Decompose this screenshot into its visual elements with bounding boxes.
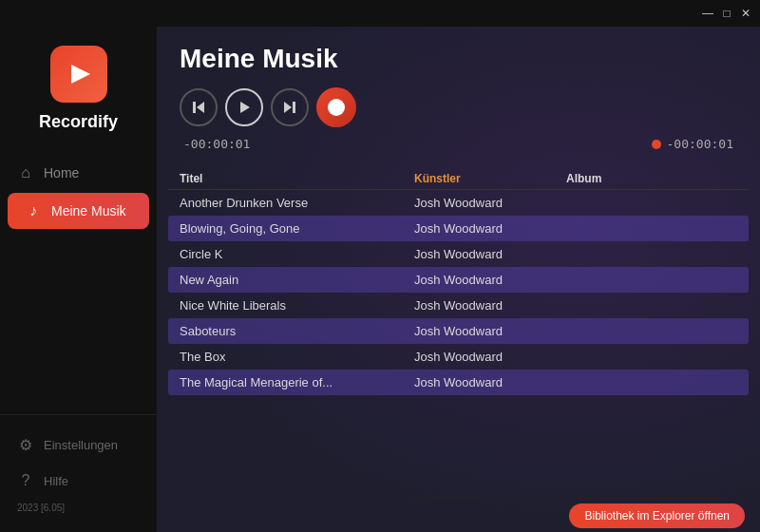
sidebar-item-meine-musik-label: Meine Musik xyxy=(51,203,126,218)
cell-album xyxy=(566,273,737,287)
app-name: Recordify xyxy=(39,112,118,132)
cell-artist: Josh Woodward xyxy=(414,324,566,338)
music-table: Titel Künstler Album Another Drunken Ver… xyxy=(157,168,760,498)
table-row[interactable]: Blowing, Going, Gone Josh Woodward xyxy=(168,216,749,241)
time-remaining: -00:00:01 xyxy=(667,137,733,151)
cell-title: Circle K xyxy=(180,247,414,261)
cell-artist: Josh Woodward xyxy=(414,196,566,210)
table-body: Another Drunken Verse Josh Woodward Blow… xyxy=(168,190,749,395)
col-album: Album xyxy=(566,172,737,185)
music-icon: ♪ xyxy=(25,202,42,219)
record-icon xyxy=(328,99,345,116)
cell-title: The Box xyxy=(180,350,414,364)
table-row[interactable]: New Again Josh Woodward xyxy=(168,267,749,293)
cell-album xyxy=(566,375,737,390)
next-button[interactable] xyxy=(271,88,309,126)
cell-title: Blowing, Going, Gone xyxy=(180,221,414,236)
cell-artist: Josh Woodward xyxy=(414,221,566,236)
page-title: Meine Musik xyxy=(180,44,737,74)
cell-artist: Josh Woodward xyxy=(414,350,566,364)
svg-marker-4 xyxy=(284,102,292,113)
main-content: Meine Musik xyxy=(157,27,760,532)
settings-icon: ⚙ xyxy=(17,436,34,453)
table-header: Titel Künstler Album xyxy=(168,168,749,190)
sidebar: Recordify ⌂ Home ♪ Meine Musik ⚙ Einstel… xyxy=(0,27,157,532)
table-row[interactable]: Nice White Liberals Josh Woodward xyxy=(168,293,749,318)
help-icon: ? xyxy=(17,472,34,489)
minimize-button[interactable]: — xyxy=(701,7,714,20)
table-row[interactable]: The Magical Menagerie of... Josh Woodwar… xyxy=(168,370,749,395)
cell-album xyxy=(566,298,737,313)
cell-album xyxy=(566,196,737,210)
table-row[interactable]: The Box Josh Woodward xyxy=(168,344,749,370)
cell-title: The Magical Menagerie of... xyxy=(180,375,414,390)
table-row[interactable]: Saboteurs Josh Woodward xyxy=(168,318,749,344)
time-right-area: -00:00:01 xyxy=(652,137,733,151)
sidebar-item-einstellungen[interactable]: ⚙ Einstellungen xyxy=(0,427,157,463)
table-row[interactable]: Circle K Josh Woodward xyxy=(168,241,749,267)
cell-title: Nice White Liberals xyxy=(180,298,414,313)
cell-album xyxy=(566,350,737,364)
cell-artist: Josh Woodward xyxy=(414,298,566,313)
cell-artist: Josh Woodward xyxy=(414,273,566,287)
app-logo xyxy=(50,46,107,103)
sidebar-bottom: ⚙ Einstellungen ? Hilfe 2023 [6.05] xyxy=(0,414,157,532)
open-explorer-button[interactable]: Bibliothek im Explorer öffnen xyxy=(569,504,745,528)
svg-rect-2 xyxy=(193,102,196,113)
cell-title: Another Drunken Verse xyxy=(180,196,414,210)
bottom-bar: Bibliothek im Explorer öffnen xyxy=(157,498,760,532)
cell-artist: Josh Woodward xyxy=(414,247,566,261)
cell-artist: Josh Woodward xyxy=(414,375,566,390)
window-chrome: — □ ✕ xyxy=(0,0,760,27)
version-label: 2023 [6.05] xyxy=(0,499,157,517)
cell-title: New Again xyxy=(180,273,414,287)
col-artist: Künstler xyxy=(414,172,566,185)
logo-area: Recordify xyxy=(0,27,157,147)
time-elapsed: -00:00:01 xyxy=(183,137,250,151)
cell-album xyxy=(566,324,737,338)
play-button[interactable] xyxy=(225,88,263,126)
cell-album xyxy=(566,221,737,236)
col-title: Titel xyxy=(180,172,414,185)
main-header: Meine Musik xyxy=(157,27,760,168)
sidebar-item-meine-musik[interactable]: ♪ Meine Musik xyxy=(8,193,149,229)
svg-rect-5 xyxy=(293,102,295,113)
maximize-button[interactable]: □ xyxy=(720,7,733,20)
prev-button[interactable] xyxy=(180,88,218,126)
close-button[interactable]: ✕ xyxy=(739,7,752,20)
sidebar-item-hilfe[interactable]: ? Hilfe xyxy=(0,463,157,499)
sidebar-item-einstellungen-label: Einstellungen xyxy=(44,438,118,452)
nav-items: ⌂ Home ♪ Meine Musik xyxy=(0,147,157,414)
playback-controls xyxy=(180,87,737,127)
sidebar-item-home[interactable]: ⌂ Home xyxy=(0,155,157,191)
home-icon: ⌂ xyxy=(17,164,34,181)
time-display: -00:00:01 -00:00:01 xyxy=(180,137,737,157)
svg-marker-3 xyxy=(240,102,250,113)
cell-album xyxy=(566,247,737,261)
sidebar-item-hilfe-label: Hilfe xyxy=(44,474,68,488)
svg-marker-1 xyxy=(197,102,204,113)
record-button[interactable] xyxy=(316,87,356,127)
sidebar-item-home-label: Home xyxy=(44,165,79,180)
recording-indicator xyxy=(652,140,661,149)
table-row[interactable]: Another Drunken Verse Josh Woodward xyxy=(168,190,749,216)
cell-title: Saboteurs xyxy=(180,324,414,338)
svg-marker-0 xyxy=(71,65,90,84)
